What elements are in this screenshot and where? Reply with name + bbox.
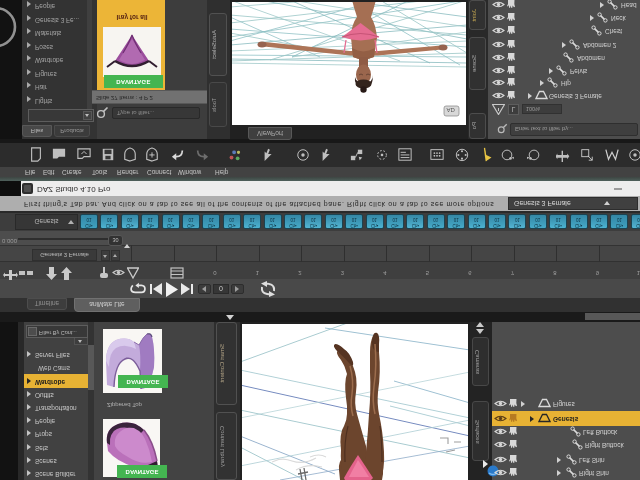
svg-text:AD: AD [447, 108, 456, 114]
